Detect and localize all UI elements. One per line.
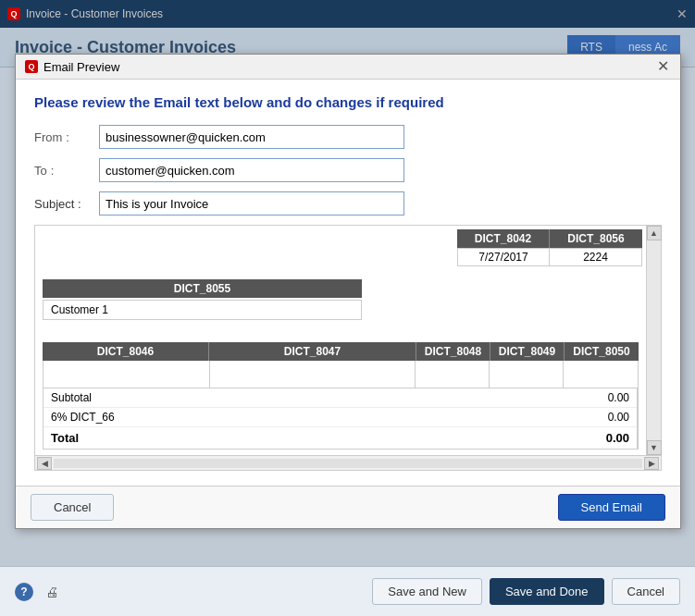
subject-label: Subject :: [34, 197, 99, 211]
li-cell-5: [564, 361, 638, 388]
modal-body: Please review the Email text below and d…: [16, 80, 680, 486]
modal-heading: Please review the Email text below and d…: [34, 94, 662, 110]
customer-section: DICT_8055 Customer 1: [35, 274, 646, 327]
bg-title-area: Q Invoice - Customer Invoices: [7, 7, 163, 20]
scroll-up-button[interactable]: ▲: [647, 226, 662, 240]
bg-close-button[interactable]: ✕: [676, 6, 688, 21]
modal-close-button[interactable]: ✕: [655, 59, 671, 74]
invoice-date-value: 7/27/2017: [457, 248, 550, 266]
to-label: To :: [34, 164, 99, 178]
scroll-down-button[interactable]: ▼: [647, 440, 662, 455]
bottom-right-area: Save and New Save and Done Cancel: [372, 578, 680, 605]
modal-title-text: Email Preview: [43, 60, 119, 74]
modal-cancel-button[interactable]: Cancel: [31, 494, 114, 521]
line-items-section: DICT_8046 DICT_8047 DICT_8048 DICT_8049: [35, 337, 646, 455]
help-icon[interactable]: ?: [15, 583, 33, 601]
send-email-button[interactable]: Send Email: [558, 494, 665, 521]
email-preview-modal: Q Email Preview ✕ Please review the Emai…: [15, 54, 681, 529]
li-cell-3: [416, 361, 490, 388]
save-new-button[interactable]: Save and New: [372, 578, 482, 605]
line-item-empty-row: [43, 361, 639, 388]
tax-value: 0.00: [583, 411, 629, 424]
modal-app-icon: Q: [25, 60, 38, 73]
h-scroll-track[interactable]: [54, 459, 642, 468]
to-row: To :: [34, 158, 662, 182]
total-value: 0.00: [583, 431, 629, 445]
to-colon: :: [51, 164, 55, 178]
invoice-top-values-row: 7/27/2017 2224: [35, 248, 646, 274]
li-header-1: DICT_8046: [43, 342, 209, 361]
from-label: From :: [34, 130, 99, 144]
li-header-2: DICT_8047: [209, 342, 416, 361]
invoice-top-headers-row: DICT_8042 DICT_8056: [35, 226, 646, 248]
invoice-col-num-header: DICT_8056: [550, 229, 642, 248]
customer-header: DICT_8055: [43, 279, 362, 298]
print-icon[interactable]: 🖨: [43, 583, 61, 601]
from-row: From :: [34, 125, 662, 149]
vertical-scrollbar[interactable]: ▲ ▼: [646, 226, 661, 455]
li-header-4: DICT_8049: [490, 342, 565, 361]
modal-footer: Cancel Send Email: [16, 486, 680, 528]
li-cell-1: [43, 361, 210, 388]
horizontal-scrollbar[interactable]: ◀ ▶: [35, 455, 661, 470]
li-cell-4: [490, 361, 564, 388]
from-input[interactable]: [99, 125, 404, 149]
li-header-5: DICT_8050: [565, 342, 639, 361]
subject-row: Subject :: [34, 191, 662, 216]
bg-titlebar: Q Invoice - Customer Invoices ✕: [0, 0, 695, 28]
subject-input[interactable]: [99, 191, 404, 216]
to-input[interactable]: [99, 158, 404, 182]
bg-title-text: Invoice - Customer Invoices: [26, 7, 163, 20]
modal-titlebar: Q Email Preview ✕: [16, 55, 680, 80]
bg-app-icon: Q: [7, 7, 20, 20]
total-label: Total: [51, 431, 79, 445]
scroll-right-button[interactable]: ▶: [644, 457, 659, 470]
line-items-header: DICT_8046 DICT_8047 DICT_8048 DICT_8049: [43, 342, 639, 361]
bottom-bar: ? 🖨 Save and New Save and Done Cancel: [0, 566, 695, 616]
li-header-3: DICT_8048: [416, 342, 490, 361]
subtotal-value: 0.00: [583, 391, 629, 404]
bottom-left-area: ? 🖨: [15, 583, 61, 601]
tax-label: 6% DICT_66: [51, 411, 115, 424]
cancel-button[interactable]: Cancel: [612, 578, 680, 605]
customer-value: Customer 1: [43, 300, 362, 320]
scroll-track[interactable]: [647, 240, 661, 440]
save-done-button[interactable]: Save and Done: [490, 578, 604, 605]
subtotal-label: Subtotal: [51, 391, 92, 404]
invoice-col-date-header: DICT_8042: [457, 229, 550, 248]
scroll-left-button[interactable]: ◀: [37, 457, 52, 470]
modal-title-area: Q Email Preview: [25, 60, 119, 74]
invoice-inner: DICT_8042 DICT_8056 7/27/2017 2224: [35, 226, 661, 455]
from-colon: :: [66, 130, 69, 144]
invoice-scroll-container: DICT_8042 DICT_8056 7/27/2017 2224: [35, 226, 661, 455]
invoice-num-value: 2224: [550, 248, 642, 266]
totals-left: Subtotal 0.00 6% DICT_66 0.00 Total: [43, 388, 638, 449]
invoice-content: DICT_8042 DICT_8056 7/27/2017 2224: [35, 226, 661, 455]
li-cell-2: [210, 361, 416, 388]
totals-container: Subtotal 0.00 6% DICT_66 0.00 Total: [43, 388, 639, 450]
invoice-preview: DICT_8042 DICT_8056 7/27/2017 2224: [34, 225, 662, 471]
